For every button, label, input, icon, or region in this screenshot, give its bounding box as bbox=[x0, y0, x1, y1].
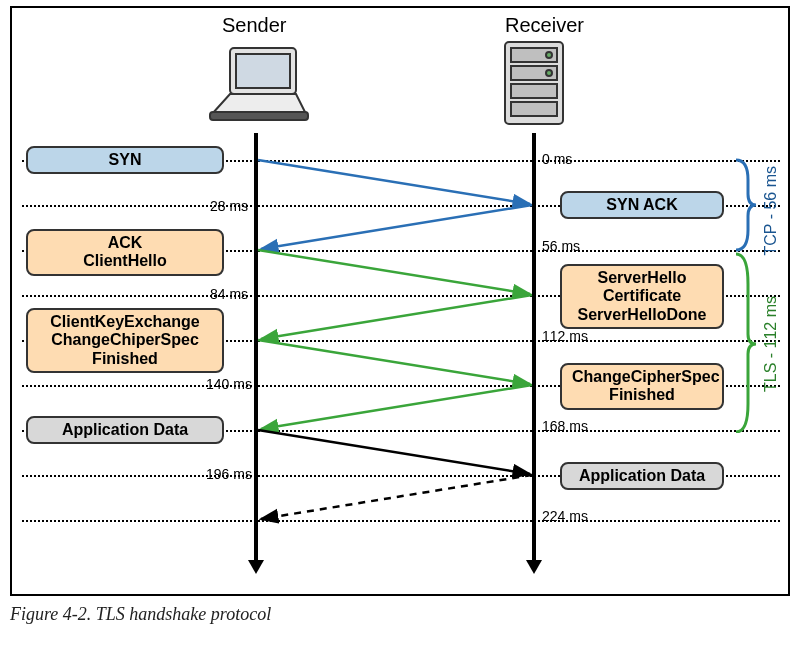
msg-serverhello: ServerHello Certificate ServerHelloDone bbox=[560, 264, 724, 329]
svg-line-12 bbox=[258, 250, 530, 294]
time-label: 0 ms bbox=[542, 151, 572, 167]
svg-rect-7 bbox=[511, 102, 557, 116]
svg-line-11 bbox=[261, 205, 532, 249]
receiver-lifeline bbox=[532, 133, 536, 563]
msg-synack: SYN ACK bbox=[560, 191, 724, 219]
time-label: 224 ms bbox=[542, 508, 588, 524]
msg-syn: SYN bbox=[26, 146, 224, 174]
time-label: 140 ms bbox=[206, 376, 252, 392]
phase-tcp-label: TCP - 56 ms bbox=[762, 166, 780, 256]
phase-braces bbox=[730, 158, 760, 433]
msg-changecipher: ChangeCipherSpec Finished bbox=[560, 363, 724, 410]
sender-lifeline bbox=[254, 133, 258, 563]
msg-appdata-client: Application Data bbox=[26, 416, 224, 444]
time-label: 56 ms bbox=[542, 238, 580, 254]
svg-line-13 bbox=[261, 295, 532, 339]
sender-heading: Sender bbox=[222, 14, 287, 37]
svg-line-16 bbox=[258, 430, 530, 474]
svg-line-17 bbox=[261, 475, 532, 519]
msg-ack-clienthello: ACK ClientHello bbox=[26, 229, 224, 276]
svg-rect-6 bbox=[511, 84, 557, 98]
svg-rect-1 bbox=[236, 54, 290, 88]
receiver-heading: Receiver bbox=[505, 14, 584, 37]
svg-line-14 bbox=[258, 340, 530, 384]
diagram-frame: Sender Receiver SYN ACK Clien bbox=[10, 6, 790, 596]
svg-point-9 bbox=[546, 70, 552, 76]
server-icon bbox=[499, 36, 569, 131]
time-label: 28 ms bbox=[210, 198, 248, 214]
time-label: 196 ms bbox=[206, 466, 252, 482]
svg-point-8 bbox=[546, 52, 552, 58]
svg-line-10 bbox=[258, 160, 530, 204]
time-label: 84 ms bbox=[210, 286, 248, 302]
svg-rect-2 bbox=[210, 112, 308, 120]
phase-tls-label: TLS - 112 ms bbox=[762, 296, 780, 392]
msg-appdata-server: Application Data bbox=[560, 462, 724, 490]
divider bbox=[22, 520, 780, 522]
chevron-down-icon bbox=[248, 560, 264, 574]
laptop-icon bbox=[202, 42, 312, 127]
time-label: 112 ms bbox=[542, 328, 588, 344]
msg-clientkex: ClientKeyExchange ChangeChiperSpec Finis… bbox=[26, 308, 224, 373]
chevron-down-icon bbox=[526, 560, 542, 574]
svg-line-15 bbox=[261, 385, 532, 429]
figure-caption: Figure 4-2. TLS handshake protocol bbox=[10, 604, 790, 625]
time-label: 168 ms bbox=[542, 418, 588, 434]
